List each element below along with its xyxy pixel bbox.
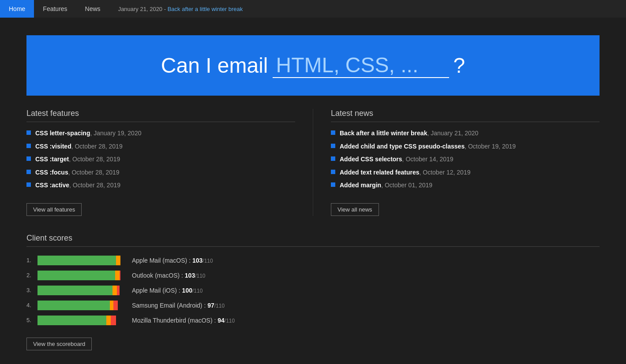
news-date: , October 01, 2019	[381, 182, 432, 189]
news-title-text: Added child and type CSS pseudo-classes	[340, 143, 465, 150]
view-scoreboard-button[interactable]: View the scoreboard	[26, 338, 92, 350]
tab-features[interactable]: Features	[34, 0, 76, 18]
score-bar-red	[117, 286, 120, 295]
score-bar	[37, 271, 126, 280]
features-column: Latest features CSS letter-spacing, Janu…	[26, 109, 313, 216]
news-date: , October 19, 2019	[465, 143, 516, 150]
bullet-icon	[26, 182, 31, 187]
score-value: 94	[217, 317, 225, 324]
news-column: Latest news Back after a little winter b…	[313, 109, 600, 216]
bullet-icon	[331, 182, 335, 187]
news-date: , October 14, 2019	[402, 156, 454, 163]
bullet-icon	[331, 130, 335, 135]
list-item: CSS :visited, October 28, 2019	[26, 142, 295, 151]
scores-list: 1. Apple Mail (macOS) : 103/110 2. Outlo…	[26, 256, 600, 325]
score-rank: 1.	[26, 257, 37, 264]
news-title-text: Added CSS selectors	[340, 156, 402, 163]
score-bar	[37, 301, 126, 310]
score-rank: 3.	[26, 287, 37, 293]
feature-name: CSS letter-spacing	[35, 130, 90, 137]
score-bar-green	[37, 256, 116, 265]
hero-banner: Can I email ?	[26, 35, 600, 96]
feature-date: , October 28, 2019	[69, 156, 120, 163]
score-label: Mozilla Thunderbird (macOS) : 94/110	[132, 317, 235, 324]
score-bar-orange	[116, 256, 120, 265]
score-bar-red	[113, 301, 118, 310]
view-all-features-button[interactable]: View all features	[26, 203, 82, 216]
scores-title: Client scores	[26, 234, 600, 247]
score-total: /110	[192, 288, 202, 294]
nav-news-teaser: January 21, 2020 - Back after a little w…	[118, 6, 243, 12]
bullet-icon	[26, 130, 31, 135]
feature-search-input[interactable]	[273, 53, 449, 78]
features-list: CSS letter-spacing, January 19, 2020 CSS…	[26, 129, 295, 190]
list-item: Added margin, October 01, 2019	[331, 181, 600, 190]
bullet-icon	[331, 144, 335, 148]
feature-name: CSS :focus	[35, 169, 68, 176]
score-bar	[37, 316, 126, 325]
news-title-text: Back after a little winter break	[340, 130, 427, 137]
score-label: Apple Mail (iOS) : 100/110	[132, 287, 202, 294]
nav-news-link[interactable]: Back after a little winter break	[168, 6, 243, 12]
news-title: Latest news	[331, 109, 600, 122]
main-content: Latest features CSS letter-spacing, Janu…	[0, 96, 626, 364]
score-value: 103	[192, 257, 202, 264]
news-date: , January 21, 2020	[427, 130, 478, 137]
score-bar-orange	[110, 301, 113, 310]
list-item: CSS :focus, October 28, 2019	[26, 168, 295, 177]
score-bar	[37, 286, 126, 295]
bullet-icon	[331, 170, 335, 174]
bullet-icon	[331, 156, 335, 161]
feature-name: CSS :target	[35, 156, 69, 163]
score-bar-orange	[115, 271, 120, 280]
score-label: Apple Mail (macOS) : 103/110	[132, 257, 213, 264]
bullet-icon	[26, 144, 31, 148]
score-row: 5. Mozilla Thunderbird (macOS) : 94/110	[26, 316, 600, 325]
hero-input-wrapper	[273, 53, 449, 78]
score-rank: 5.	[26, 317, 37, 323]
feature-name: CSS :active	[35, 182, 69, 189]
tab-news[interactable]: News	[76, 0, 109, 18]
score-bar-red	[111, 316, 116, 325]
two-column-layout: Latest features CSS letter-spacing, Janu…	[26, 109, 600, 216]
news-list: Back after a little winter break, Januar…	[331, 129, 600, 190]
score-rank: 2.	[26, 272, 37, 279]
score-row: 1. Apple Mail (macOS) : 103/110	[26, 256, 600, 265]
score-rank: 4.	[26, 302, 37, 308]
news-date: , October 12, 2019	[420, 169, 471, 176]
feature-date: , October 28, 2019	[71, 143, 123, 150]
list-item: CSS letter-spacing, January 19, 2020	[26, 129, 295, 138]
score-bar-green	[37, 316, 106, 325]
score-row: 2. Outlook (macOS) : 103/110	[26, 271, 600, 280]
score-bar-red	[120, 271, 120, 280]
list-item: Added child and type CSS pseudo-classes,…	[331, 142, 600, 151]
view-all-news-button[interactable]: View all news	[331, 203, 379, 216]
list-item: CSS :target, October 28, 2019	[26, 155, 295, 164]
hero-static-text: Can I email	[161, 53, 268, 78]
feature-name: CSS :visited	[35, 143, 71, 150]
feature-date: , October 28, 2019	[69, 182, 120, 189]
score-value: 100	[182, 287, 192, 294]
score-value: 103	[185, 272, 195, 279]
list-item: CSS :active, October 28, 2019	[26, 181, 295, 190]
score-bar-green	[37, 301, 110, 310]
score-total: /110	[195, 273, 205, 279]
feature-date: , October 28, 2019	[68, 169, 120, 176]
navigation: Home Features News January 21, 2020 - Ba…	[0, 0, 626, 18]
news-title-text: Added margin	[340, 182, 381, 189]
scores-section: Client scores 1. Apple Mail (macOS) : 10…	[26, 234, 600, 350]
score-row: 4. Samsung Email (Android) : 97/110	[26, 301, 600, 310]
list-item: Added CSS selectors, October 14, 2019	[331, 155, 600, 164]
bullet-icon	[26, 170, 31, 174]
tab-home[interactable]: Home	[0, 0, 34, 18]
hero-question-mark: ?	[454, 53, 465, 78]
features-title: Latest features	[26, 109, 295, 122]
score-bar-orange	[112, 286, 117, 295]
score-total: /110	[202, 258, 213, 264]
news-title-text: Added text related features	[340, 169, 420, 176]
score-label: Samsung Email (Android) : 97/110	[132, 302, 225, 309]
score-value: 97	[207, 302, 214, 309]
score-total: /110	[214, 303, 225, 309]
list-item: Back after a little winter break, Januar…	[331, 129, 600, 138]
score-total: /110	[225, 318, 235, 324]
